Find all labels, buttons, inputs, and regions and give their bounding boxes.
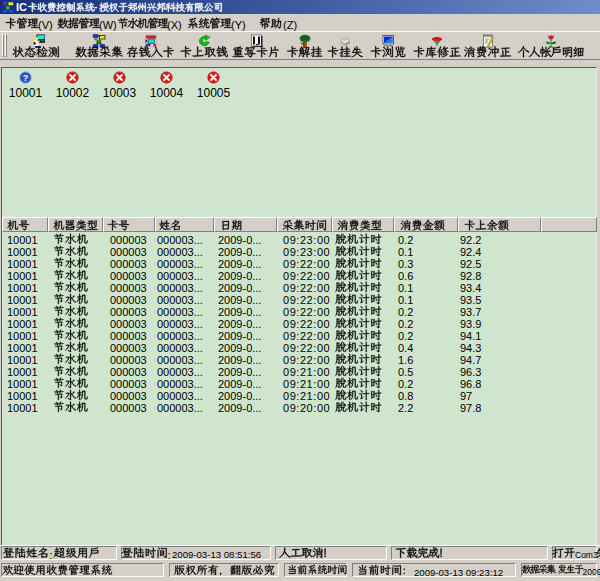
svg-text:?: ? <box>23 73 29 83</box>
